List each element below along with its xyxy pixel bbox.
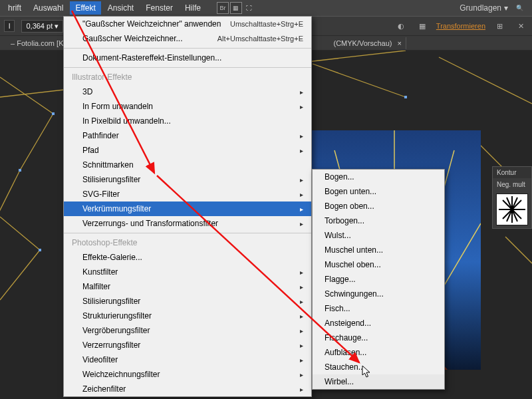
- brush-preview[interactable]: [496, 194, 528, 225]
- menu-distort[interactable]: Verzerrungsfilter▸: [64, 338, 311, 352]
- menu-svg-filter[interactable]: SVG-Filter▸: [64, 187, 311, 201]
- close-icon[interactable]: ×: [398, 39, 402, 47]
- menu-last-effect[interactable]: Gaußscher Weichzeichner...Alt+Umschaltta…: [64, 31, 311, 46]
- svg-line-1: [20, 114, 53, 170]
- warp-submenu: Bogen... Bogen unten... Bogen oben... To…: [312, 169, 445, 390]
- menu-stylize[interactable]: Stilisierungsfilter▸: [64, 172, 311, 187]
- menu-cropmarks[interactable]: Schnittmarken: [64, 158, 311, 172]
- doc-tab-preview[interactable]: (CMYK/Vorschau) ×: [327, 37, 406, 49]
- chevron-down-icon: ▾: [55, 22, 59, 30]
- search-icon[interactable]: 🔍: [513, 2, 525, 14]
- svg-rect-10: [52, 112, 55, 115]
- menu-schrift[interactable]: hrift: [3, 1, 27, 15]
- section-illustrator-effects: Illustrator-Effekte: [64, 70, 311, 84]
- menu-pixelate[interactable]: Vergröberungsfilter▸: [64, 323, 311, 338]
- menu-effekt[interactable]: Effekt: [70, 1, 100, 15]
- menu-brush-strokes[interactable]: Malfilter▸: [64, 279, 311, 294]
- menu-fenster[interactable]: Fenster: [140, 1, 178, 15]
- menubar: hrift Auswahl Effekt Ansicht Fenster Hil…: [0, 0, 532, 16]
- menu-apply-last-effect[interactable]: "Gaußscher Weichzeichner" anwendenUmscha…: [64, 17, 311, 31]
- menu-stylize-ps[interactable]: Stilisierungsfilter▸: [64, 294, 311, 309]
- svg-line-4: [0, 217, 40, 250]
- menu-doc-raster-settings[interactable]: Dokument-Rastereffekt-Einstellungen...: [64, 51, 311, 65]
- svg-line-3: [0, 250, 40, 300]
- menu-ansicht[interactable]: Ansicht: [102, 1, 139, 15]
- menu-distort-transform[interactable]: Verzerrungs- und Transformationsfilter▸: [64, 216, 311, 231]
- align-icon[interactable]: ▦: [415, 20, 430, 32]
- svg-line-5: [313, 64, 406, 97]
- arrange-docs-icon[interactable]: ▦: [230, 2, 242, 14]
- svg-rect-11: [19, 169, 21, 172]
- warp-fish[interactable]: Fisch...: [313, 301, 444, 316]
- warp-arch[interactable]: Torbogen...: [313, 213, 444, 228]
- warp-bulge[interactable]: Wulst...: [313, 228, 444, 243]
- svg-rect-12: [39, 249, 41, 251]
- menu-pathfinder[interactable]: Pathfinder▸: [64, 128, 311, 143]
- warp-twist[interactable]: Wirbel...: [313, 374, 444, 389]
- menu-video[interactable]: Videofilter▸: [64, 352, 311, 367]
- warp-flag[interactable]: Flagge...: [313, 272, 444, 287]
- menu-blur[interactable]: Weichzeichnungsfilter▸: [64, 367, 311, 382]
- menu-artistic[interactable]: Kunstfilter▸: [64, 265, 311, 279]
- warp-squeeze[interactable]: Stauchen...: [313, 360, 444, 374]
- warp-wave[interactable]: Schwingungen...: [313, 287, 444, 301]
- warp-shell-lower[interactable]: Muschel unten...: [313, 243, 444, 257]
- menu-convert-shape[interactable]: In Form umwandeln▸: [64, 99, 311, 114]
- chevron-down-icon: ▾: [504, 3, 508, 13]
- menu-path[interactable]: Pfad▸: [64, 143, 311, 158]
- doc-tab-left[interactable]: – Fotolia.com [K: [4, 37, 70, 49]
- menu-auswahl[interactable]: Auswahl: [28, 1, 68, 15]
- warp-rise[interactable]: Ansteigend...: [313, 316, 444, 331]
- isolate-icon[interactable]: ⊞: [492, 20, 507, 32]
- warp-inflate[interactable]: Aufblasen...: [313, 345, 444, 360]
- svg-line-2: [0, 170, 20, 223]
- warp-arc-upper[interactable]: Bogen oben...: [313, 199, 444, 213]
- warp-fisheye[interactable]: Fischauge...: [313, 331, 444, 345]
- bridge-icon[interactable]: Br: [217, 2, 229, 14]
- screen-mode-icon[interactable]: ⛶: [243, 2, 255, 14]
- svg-line-7: [439, 57, 532, 104]
- panel-blendmode[interactable]: Neg. mult: [493, 178, 531, 191]
- warp-shell-upper[interactable]: Muschel oben...: [313, 257, 444, 272]
- section-photoshop-effects: Photoshop-Effekte: [64, 235, 311, 250]
- menu-sketch[interactable]: Zeichenfilter▸: [64, 382, 311, 396]
- warp-arc-lower[interactable]: Bogen unten...: [313, 184, 444, 199]
- transform-link[interactable]: Transformieren: [436, 22, 485, 30]
- menu-texture[interactable]: Strukturierungsfilter▸: [64, 309, 311, 323]
- stroke-weight-field[interactable]: 0,364 pt ▾: [21, 20, 63, 33]
- menu-effects-gallery[interactable]: Effekte-Galerie...: [64, 250, 311, 265]
- warp-arc[interactable]: Bogen...: [313, 170, 444, 184]
- workspace-switcher[interactable]: Grundlagen ▾: [460, 3, 508, 13]
- svg-line-9: [505, 237, 532, 263]
- panel-tab-kontur[interactable]: Kontur: [493, 167, 531, 178]
- field-trunc[interactable]: l: [4, 20, 15, 32]
- effect-menu-dropdown: "Gaußscher Weichzeichner" anwendenUmscha…: [63, 16, 312, 397]
- menu-hilfe[interactable]: Hilfe: [180, 1, 206, 15]
- menu-warp-filter[interactable]: Verkrümmungsfilter▸: [64, 201, 311, 216]
- menu-rasterize[interactable]: In Pixelbild umwandeln...: [64, 114, 311, 128]
- svg-rect-13: [404, 96, 407, 98]
- mute-icon[interactable]: ✕: [513, 20, 528, 32]
- menu-3d[interactable]: 3D▸: [64, 84, 311, 99]
- opacity-icon[interactable]: ◐: [394, 20, 408, 32]
- right-panel: Kontur Neg. mult: [492, 166, 532, 229]
- svg-line-0: [0, 77, 53, 114]
